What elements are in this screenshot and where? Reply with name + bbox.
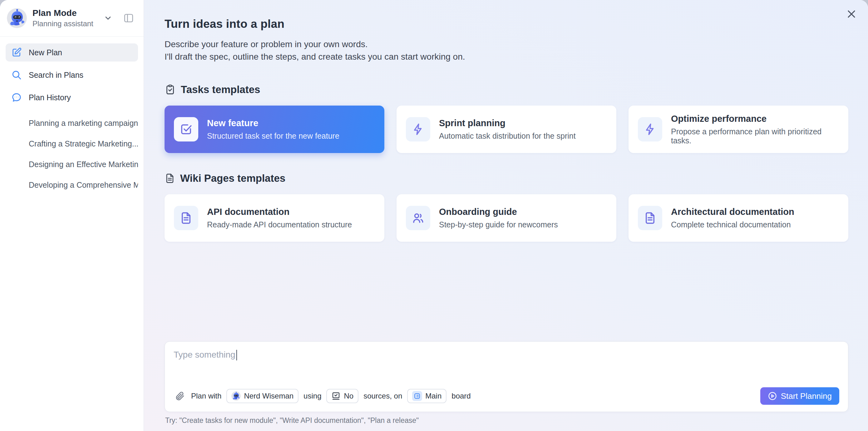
sidebar-item-label: Plan History [29,93,71,102]
page-title: Turn ideas into a plan [164,18,848,31]
assignee-avatar [231,391,241,401]
card-icon-box [638,117,662,142]
assistant-titles: Plan Mode Planning assistant [32,8,102,28]
start-planning-label: Start Planning [781,391,832,401]
sidebar-header: Plan Mode Planning assistant [0,0,144,36]
assistant-subtitle: Planning assistant [32,19,102,28]
card-subtitle: Structured task set for the new feature [207,131,339,141]
clipboard-check-icon [164,84,176,95]
attach-button[interactable] [174,390,186,402]
template-card-architectural-documentation[interactable]: Architectural documentation Complete tec… [628,194,848,242]
suggestions-hint: Try: "Create tasks for new module", "Wri… [165,416,848,425]
template-card-optimize-performance[interactable]: Optimize performance Propose a performan… [628,105,848,153]
card-subtitle: Step-by-step guide for newcomers [439,220,558,229]
bolt-icon [411,123,425,136]
document-icon [644,211,657,224]
description-line: I'll draft the spec, outline the steps, … [164,51,848,63]
tasks-templates-heading: Tasks templates [164,84,848,96]
bolt-icon [644,123,657,136]
card-title: API documentation [207,207,352,217]
text-caret [236,350,237,361]
wiki-templates-heading: Wiki Pages templates [164,173,848,184]
search-icon [11,70,22,80]
sidebar-item-label: Search in Plans [29,70,83,80]
main-panel: Turn ideas into a plan Describe your fea… [144,0,868,431]
board-value: Main [425,392,441,400]
card-icon-box [638,206,662,230]
assignee-chip[interactable]: Nerd Wiseman [226,389,299,403]
template-card-api-documentation[interactable]: API documentation Ready-made API documen… [164,194,384,242]
card-title: Sprint planning [439,118,576,128]
section-title: Wiki Pages templates [180,173,285,184]
card-icon-box [406,206,430,230]
sidebar-nav: New Plan Search in Plans Plan History [0,36,144,111]
template-card-onboarding-guide[interactable]: Onboarding guide Step-by-step guide for … [397,194,616,242]
card-title: New feature [207,118,339,128]
sources-value: No [344,392,353,400]
close-button[interactable] [844,7,859,22]
edit-icon [11,47,22,58]
composer-input[interactable]: Type something [174,350,839,387]
document-icon [164,173,175,184]
assistant-avatar [7,8,27,28]
plan-history-list: Planning a marketing campaign Crafting a… [0,111,144,195]
page-description: Describe your feature or problem in your… [164,38,848,63]
sidebar-item-plan-history[interactable]: Plan History [6,88,138,106]
template-card-new-feature[interactable]: New feature Structured task set for the … [164,105,384,153]
description-line: Describe your feature or problem in your… [164,38,848,51]
card-title: Onboarding guide [439,207,558,217]
composer-toolbar: Plan with Nerd Wiseman using No sources,… [174,387,839,405]
history-item[interactable]: Planning a marketing campaign [6,113,138,133]
section-title: Tasks templates [181,84,260,96]
chevron-down-icon [104,14,113,23]
template-card-sprint-planning[interactable]: Sprint planning Automatic task distribut… [397,105,616,153]
mode-dropdown-button[interactable] [102,12,114,24]
sources-label: sources, on [364,392,402,400]
start-planning-button[interactable]: Start Planning [760,387,839,405]
card-title: Optimize performance [671,114,839,124]
card-icon-box [174,117,198,142]
card-subtitle: Propose a performance plan with prioriti… [671,127,839,145]
composer: Type something Plan with Nerd Wiseman us… [164,341,848,412]
plan-with-label: Plan with [191,392,221,400]
board-label: board [452,392,470,400]
board-icon [412,391,422,401]
assistant-title: Plan Mode [32,8,102,18]
document-icon [180,211,193,224]
sidebar: Plan Mode Planning assistant New Plan Se… [0,0,144,431]
sidebar-item-new-plan[interactable]: New Plan [6,43,138,62]
history-item[interactable]: Designing an Effective Marketin... [6,154,138,175]
toggle-sidebar-button[interactable] [122,11,135,25]
card-icon-box [174,206,198,230]
sources-icon [331,391,341,401]
composer-placeholder: Type something [174,350,236,360]
sidebar-item-label: New Plan [29,48,62,57]
checkbox-icon [180,123,193,136]
card-icon-box [406,117,430,142]
close-icon [846,9,857,19]
card-title: Architectural documentation [671,207,794,217]
sidebar-panel-icon [123,12,134,24]
sidebar-item-search-in-plans[interactable]: Search in Plans [6,66,138,84]
play-circle-icon [768,391,777,401]
paperclip-icon [175,391,185,401]
card-subtitle: Complete technical documentation [671,220,794,229]
board-chip[interactable]: Main [407,389,446,403]
history-item[interactable]: Developing a Comprehensive M... [6,175,138,195]
history-item[interactable]: Crafting a Strategic Marketing... [6,133,138,154]
wiki-template-cards: API documentation Ready-made API documen… [164,194,848,242]
plan-mode-panel: Plan Mode Planning assistant New Plan Se… [0,0,868,431]
card-subtitle: Automatic task distribution for the spri… [439,131,576,141]
sources-chip[interactable]: No [326,389,359,403]
using-label: using [304,392,321,400]
card-subtitle: Ready-made API documentation structure [207,220,352,229]
users-icon [411,211,425,224]
assignee-name: Nerd Wiseman [244,392,293,400]
chat-bubble-icon [11,92,22,103]
tasks-template-cards: New feature Structured task set for the … [164,105,848,153]
